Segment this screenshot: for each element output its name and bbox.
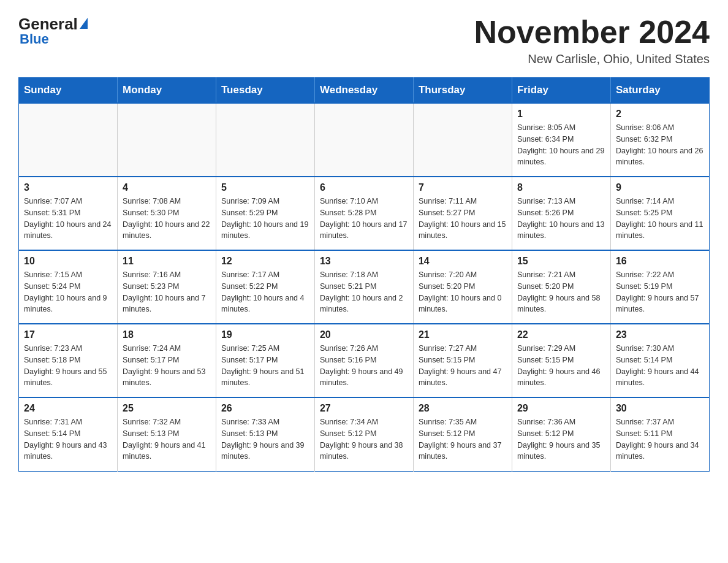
day-info: Sunrise: 7:18 AMSunset: 5:21 PMDaylight:… (320, 269, 408, 315)
calendar-cell (216, 103, 314, 177)
day-info: Sunrise: 7:14 AMSunset: 5:25 PMDaylight:… (616, 196, 704, 242)
day-info: Sunrise: 7:25 AMSunset: 5:17 PMDaylight:… (221, 343, 309, 389)
day-info: Sunrise: 7:35 AMSunset: 5:12 PMDaylight:… (419, 416, 507, 462)
day-number: 10 (24, 256, 112, 267)
day-info: Sunrise: 7:37 AMSunset: 5:11 PMDaylight:… (616, 416, 704, 462)
calendar-cell: 19Sunrise: 7:25 AMSunset: 5:17 PMDayligh… (216, 324, 314, 397)
day-info: Sunrise: 7:32 AMSunset: 5:13 PMDaylight:… (123, 416, 211, 462)
day-info: Sunrise: 7:22 AMSunset: 5:19 PMDaylight:… (616, 269, 704, 315)
day-number: 29 (517, 403, 605, 414)
day-number: 25 (123, 403, 211, 414)
calendar-cell: 25Sunrise: 7:32 AMSunset: 5:13 PMDayligh… (117, 397, 216, 471)
day-info: Sunrise: 7:15 AMSunset: 5:24 PMDaylight:… (24, 269, 112, 315)
day-number: 2 (616, 109, 704, 120)
calendar-week-2: 3Sunrise: 7:07 AMSunset: 5:31 PMDaylight… (19, 177, 710, 250)
day-info: Sunrise: 7:16 AMSunset: 5:23 PMDaylight:… (123, 269, 211, 315)
calendar-cell (19, 103, 118, 177)
day-number: 24 (24, 403, 112, 414)
day-number: 21 (419, 329, 507, 340)
day-info: Sunrise: 7:30 AMSunset: 5:14 PMDaylight:… (616, 343, 704, 389)
calendar-cell: 1Sunrise: 8:05 AMSunset: 6:34 PMDaylight… (512, 103, 610, 177)
calendar-cell: 16Sunrise: 7:22 AMSunset: 5:19 PMDayligh… (610, 250, 709, 324)
day-number: 22 (517, 329, 605, 340)
calendar-week-1: 1Sunrise: 8:05 AMSunset: 6:34 PMDaylight… (19, 103, 710, 177)
column-header-monday: Monday (117, 78, 216, 104)
calendar-cell: 20Sunrise: 7:26 AMSunset: 5:16 PMDayligh… (314, 324, 413, 397)
day-number: 4 (123, 182, 211, 193)
logo-blue-text: Blue (20, 31, 49, 47)
day-info: Sunrise: 7:21 AMSunset: 5:20 PMDaylight:… (517, 269, 605, 315)
day-info: Sunrise: 7:23 AMSunset: 5:18 PMDaylight:… (24, 343, 112, 389)
calendar-cell: 28Sunrise: 7:35 AMSunset: 5:12 PMDayligh… (413, 397, 512, 471)
calendar-cell: 14Sunrise: 7:20 AMSunset: 5:20 PMDayligh… (413, 250, 512, 324)
calendar-cell (314, 103, 413, 177)
day-number: 6 (320, 182, 408, 193)
day-info: Sunrise: 7:11 AMSunset: 5:27 PMDaylight:… (419, 196, 507, 242)
day-info: Sunrise: 7:09 AMSunset: 5:29 PMDaylight:… (221, 196, 309, 242)
calendar-cell: 30Sunrise: 7:37 AMSunset: 5:11 PMDayligh… (610, 397, 709, 471)
day-info: Sunrise: 7:29 AMSunset: 5:15 PMDaylight:… (517, 343, 605, 389)
day-number: 11 (123, 256, 211, 267)
calendar-cell: 3Sunrise: 7:07 AMSunset: 5:31 PMDaylight… (19, 177, 118, 250)
header: General Blue November 2024 New Carlisle,… (18, 15, 710, 66)
day-number: 28 (419, 403, 507, 414)
page-subtitle: New Carlisle, Ohio, United States (474, 52, 710, 66)
page-title: November 2024 (474, 15, 710, 50)
day-info: Sunrise: 7:20 AMSunset: 5:20 PMDaylight:… (419, 269, 507, 315)
column-header-thursday: Thursday (413, 78, 512, 104)
calendar-cell: 24Sunrise: 7:31 AMSunset: 5:14 PMDayligh… (19, 397, 118, 471)
day-info: Sunrise: 8:05 AMSunset: 6:34 PMDaylight:… (517, 122, 605, 168)
day-number: 18 (123, 329, 211, 340)
day-info: Sunrise: 7:36 AMSunset: 5:12 PMDaylight:… (517, 416, 605, 462)
day-info: Sunrise: 7:08 AMSunset: 5:30 PMDaylight:… (123, 196, 211, 242)
calendar-cell: 26Sunrise: 7:33 AMSunset: 5:13 PMDayligh… (216, 397, 314, 471)
calendar-cell: 8Sunrise: 7:13 AMSunset: 5:26 PMDaylight… (512, 177, 610, 250)
day-number: 15 (517, 256, 605, 267)
calendar-table: SundayMondayTuesdayWednesdayThursdayFrid… (18, 77, 710, 472)
calendar-cell: 9Sunrise: 7:14 AMSunset: 5:25 PMDaylight… (610, 177, 709, 250)
calendar-cell: 11Sunrise: 7:16 AMSunset: 5:23 PMDayligh… (117, 250, 216, 324)
day-number: 30 (616, 403, 704, 414)
logo-triangle-icon (80, 18, 88, 29)
calendar-header-row: SundayMondayTuesdayWednesdayThursdayFrid… (19, 78, 710, 104)
day-number: 3 (24, 182, 112, 193)
day-number: 8 (517, 182, 605, 193)
calendar-cell: 7Sunrise: 7:11 AMSunset: 5:27 PMDaylight… (413, 177, 512, 250)
day-info: Sunrise: 7:26 AMSunset: 5:16 PMDaylight:… (320, 343, 408, 389)
calendar-cell: 17Sunrise: 7:23 AMSunset: 5:18 PMDayligh… (19, 324, 118, 397)
day-number: 16 (616, 256, 704, 267)
calendar-cell: 22Sunrise: 7:29 AMSunset: 5:15 PMDayligh… (512, 324, 610, 397)
column-header-friday: Friday (512, 78, 610, 104)
calendar-cell: 5Sunrise: 7:09 AMSunset: 5:29 PMDaylight… (216, 177, 314, 250)
calendar-week-4: 17Sunrise: 7:23 AMSunset: 5:18 PMDayligh… (19, 324, 710, 397)
calendar-cell (117, 103, 216, 177)
calendar-cell: 23Sunrise: 7:30 AMSunset: 5:14 PMDayligh… (610, 324, 709, 397)
day-number: 27 (320, 403, 408, 414)
title-area: November 2024 New Carlisle, Ohio, United… (474, 15, 710, 66)
calendar-cell (413, 103, 512, 177)
day-info: Sunrise: 7:34 AMSunset: 5:12 PMDaylight:… (320, 416, 408, 462)
calendar-cell: 27Sunrise: 7:34 AMSunset: 5:12 PMDayligh… (314, 397, 413, 471)
day-info: Sunrise: 7:17 AMSunset: 5:22 PMDaylight:… (221, 269, 309, 315)
calendar-cell: 21Sunrise: 7:27 AMSunset: 5:15 PMDayligh… (413, 324, 512, 397)
day-info: Sunrise: 7:10 AMSunset: 5:28 PMDaylight:… (320, 196, 408, 242)
day-number: 7 (419, 182, 507, 193)
day-info: Sunrise: 7:24 AMSunset: 5:17 PMDaylight:… (123, 343, 211, 389)
day-number: 23 (616, 329, 704, 340)
day-info: Sunrise: 7:31 AMSunset: 5:14 PMDaylight:… (24, 416, 112, 462)
calendar-cell: 12Sunrise: 7:17 AMSunset: 5:22 PMDayligh… (216, 250, 314, 324)
day-number: 9 (616, 182, 704, 193)
calendar-week-5: 24Sunrise: 7:31 AMSunset: 5:14 PMDayligh… (19, 397, 710, 471)
calendar-cell: 18Sunrise: 7:24 AMSunset: 5:17 PMDayligh… (117, 324, 216, 397)
calendar-cell: 4Sunrise: 7:08 AMSunset: 5:30 PMDaylight… (117, 177, 216, 250)
column-header-tuesday: Tuesday (216, 78, 314, 104)
column-header-sunday: Sunday (19, 78, 118, 104)
calendar-cell: 29Sunrise: 7:36 AMSunset: 5:12 PMDayligh… (512, 397, 610, 471)
day-number: 17 (24, 329, 112, 340)
logo: General Blue (18, 15, 88, 47)
calendar-cell: 15Sunrise: 7:21 AMSunset: 5:20 PMDayligh… (512, 250, 610, 324)
day-number: 13 (320, 256, 408, 267)
day-number: 14 (419, 256, 507, 267)
column-header-wednesday: Wednesday (314, 78, 413, 104)
calendar-cell: 10Sunrise: 7:15 AMSunset: 5:24 PMDayligh… (19, 250, 118, 324)
